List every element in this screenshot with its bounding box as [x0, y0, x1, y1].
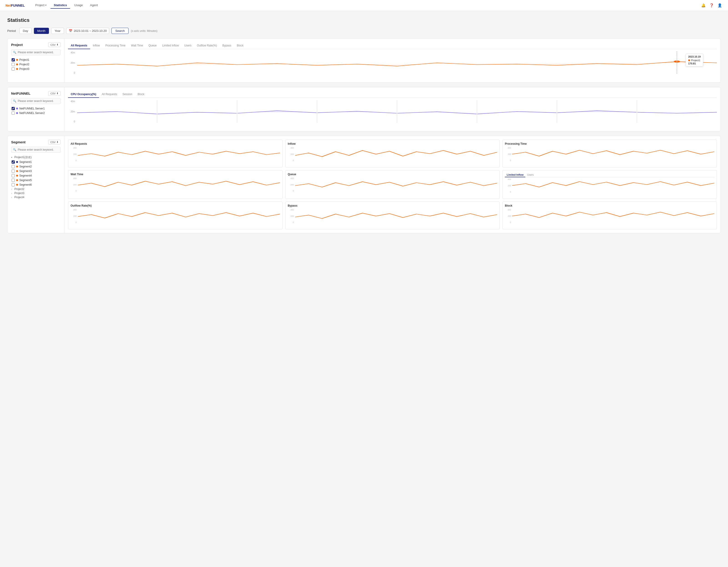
nav-usage[interactable]: Usage: [71, 2, 86, 9]
netfunnel-left-panel: NetFUNNEL CSV ⬇ 🔍 NetFUNNEL Server1: [8, 87, 64, 131]
segment-search-input[interactable]: [11, 147, 61, 153]
segment5-dot: [16, 179, 18, 181]
segment2-checkbox[interactable]: [12, 165, 15, 168]
list-item[interactable]: Project3: [11, 67, 61, 71]
tab-limited-inflow[interactable]: Limited Inflow: [159, 42, 182, 49]
tab-inflow[interactable]: Inflow: [90, 42, 103, 49]
project1-dot: [16, 59, 18, 61]
tree-folder-project4[interactable]: › Project4: [11, 195, 61, 199]
tree-folder-project1[interactable]: ▾ Project1(완료): [11, 155, 61, 160]
tab-cpu-occupancy[interactable]: CPU Occupancy(%): [68, 91, 99, 98]
netfunnel-search-input[interactable]: [11, 98, 61, 104]
list-item[interactable]: NetFUNNEL Server1: [11, 106, 61, 111]
y-label-20m: 20m: [68, 110, 76, 113]
segment6-checkbox[interactable]: [12, 183, 15, 186]
project3-checkbox[interactable]: [12, 67, 15, 71]
netfunnel-csv-btn[interactable]: CSV ⬇: [48, 91, 61, 96]
tab-outflow-rate[interactable]: Outflow Rate(%): [194, 42, 220, 49]
search-button[interactable]: Search: [111, 28, 129, 34]
chevron-right-icon: ›: [11, 196, 13, 199]
tab-nf-block[interactable]: Block: [135, 91, 147, 98]
user-icon[interactable]: 👤: [717, 3, 723, 8]
tree-folder-project2[interactable]: › Project2: [11, 187, 61, 191]
server1-label: NetFUNNEL Server1: [19, 107, 45, 110]
period-year-btn[interactable]: Year: [51, 28, 64, 34]
list-item[interactable]: Segment2: [11, 164, 61, 169]
server2-label: NetFUNNEL Server2: [19, 111, 45, 115]
mini-chart-title-inflow: Inflow: [288, 142, 497, 145]
list-item[interactable]: Segment5: [11, 178, 61, 182]
segment-section-body: Segment CSV ⬇ 🔍 ▾ Project1(완료): [8, 136, 720, 233]
nav-statistics[interactable]: Statistics: [51, 2, 70, 9]
help-icon[interactable]: ❓: [709, 3, 714, 8]
netfunnel-right-panel: CPU Occupancy(%) All Requests Session Bl…: [64, 87, 720, 131]
server1-checkbox[interactable]: [12, 107, 15, 110]
segment-csv-btn[interactable]: CSV ⬇: [48, 140, 61, 144]
list-item[interactable]: Project1: [11, 58, 61, 62]
netfunnel-section: NetFUNNEL CSV ⬇ 🔍 NetFUNNEL Server1: [7, 87, 721, 131]
list-item[interactable]: Segment3: [11, 169, 61, 173]
tab-processing-time[interactable]: Processing Time: [103, 42, 128, 49]
segment3-checkbox[interactable]: [12, 170, 15, 173]
tab-block[interactable]: Block: [234, 42, 246, 49]
tab-users[interactable]: Users: [182, 42, 194, 49]
mini-chart-svg-processing-time: [512, 147, 714, 162]
mini-chart-area-all-requests: 400 200 0: [71, 147, 280, 165]
list-item[interactable]: NetFUNNEL Server2: [11, 111, 61, 115]
mini-chart-area-bypass: 400 200 0: [288, 209, 497, 227]
mini-chart-area-limited-inflow: 400 200 0: [505, 178, 714, 196]
project2-folder-label: Project2: [14, 187, 24, 191]
page-title: Statistics: [7, 17, 721, 23]
tooltip-row: Project1: [688, 59, 701, 62]
mini-tab-users[interactable]: Users: [525, 173, 536, 177]
mini-tab-limited-inflow[interactable]: Limited Inflow: [505, 173, 525, 177]
mini-chart-limited-inflow: Limited Inflow Users 400 200 0: [502, 170, 717, 199]
nav-agent[interactable]: Agent: [87, 2, 101, 9]
mini-chart-outflow-rate: Outflow Rate(%) 400 200 0: [68, 202, 283, 229]
mini-chart-y-inflow: 400 200 0: [288, 147, 295, 162]
project1-checkbox[interactable]: [12, 58, 15, 61]
project2-checkbox[interactable]: [12, 63, 15, 66]
nav-project[interactable]: Project ▾: [32, 2, 50, 9]
tab-bypass[interactable]: Bypass: [220, 42, 234, 49]
list-item[interactable]: Segment6: [11, 182, 61, 187]
server2-dot: [16, 112, 18, 114]
period-day-btn[interactable]: Day: [20, 28, 32, 34]
segment4-checkbox[interactable]: [12, 174, 15, 177]
tree-folder-project3[interactable]: › Project3: [11, 191, 61, 195]
segment-search-wrap: 🔍: [11, 147, 61, 153]
segment5-checkbox[interactable]: [12, 179, 15, 182]
mini-chart-inflow: Inflow 400 200 0: [285, 140, 500, 167]
list-item[interactable]: Segment4: [11, 173, 61, 178]
tooltip-date: 2023.10.19: [688, 55, 701, 58]
mini-chart-svg-all-requests: [78, 147, 280, 162]
period-month-btn[interactable]: Month: [34, 28, 49, 34]
project-chart-tooltip: 2023.10.19 Project1 170.81: [686, 54, 703, 66]
project-chart-svg: [77, 51, 717, 74]
tab-wait-time[interactable]: Wait Time: [128, 42, 146, 49]
tab-queue[interactable]: Queue: [146, 42, 159, 49]
tab-all-requests[interactable]: All Requests: [68, 42, 90, 49]
server2-checkbox[interactable]: [12, 111, 15, 115]
y-label-40m: 40m: [68, 51, 76, 54]
project1-label: Project1: [19, 58, 29, 61]
list-item[interactable]: Segment1: [11, 160, 61, 164]
mini-chart-all-requests: All Requests 400 200 0: [68, 140, 283, 167]
segment-right-panel: All Requests 400 200 0: [64, 136, 720, 233]
tab-nf-all-requests[interactable]: All Requests: [99, 91, 120, 98]
tooltip-value: 170.81: [688, 62, 701, 65]
brand-logo[interactable]: NetFUNNEL: [5, 3, 25, 7]
mini-chart-y-all-requests: 400 200 0: [71, 147, 77, 162]
tab-nf-session[interactable]: Session: [120, 91, 135, 98]
list-item[interactable]: Project2: [11, 62, 61, 67]
project-right-panel: All Requests Inflow Processing Time Wait…: [64, 39, 720, 82]
mini-chart-y-limited-inflow: 400 200 0: [505, 178, 512, 193]
project-csv-btn[interactable]: CSV ⬇: [48, 42, 61, 47]
segment1-checkbox[interactable]: [12, 160, 15, 164]
mini-chart-svg-wait-time: [78, 177, 280, 192]
bell-icon[interactable]: 🔔: [701, 3, 706, 8]
mini-chart-wait-time: Wait Time 400 200 0: [68, 170, 283, 199]
project-search-input[interactable]: [11, 49, 61, 55]
mini-chart-y-bypass: 400 200 0: [288, 209, 295, 223]
date-range-picker[interactable]: 📅 2023.10.01 ~ 2023.10.20: [66, 28, 109, 34]
